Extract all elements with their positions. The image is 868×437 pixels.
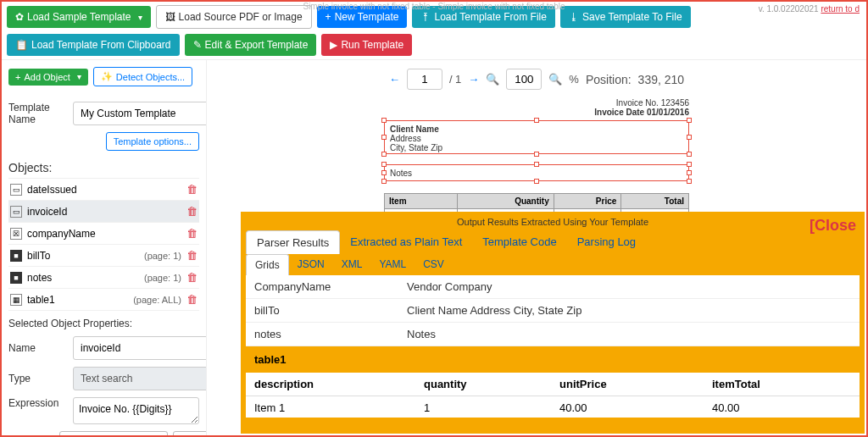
title-strip: Simple invoice with not fixed table - Si… [303, 2, 565, 11]
run-template-button[interactable]: ▶Run Template [321, 34, 412, 56]
object-item[interactable]: ■notes(page: 1)🗑 [8, 267, 199, 289]
result-tabs: Parser Results Extracted as Plain Text T… [241, 230, 865, 254]
page-input[interactable] [407, 69, 442, 90]
return-link[interactable]: return to d [821, 4, 860, 14]
object-item[interactable]: ▭invoiceId🗑 [8, 201, 199, 223]
field-icon: ■ [10, 250, 22, 262]
invoice-date: Invoice Date 01/01/2016 [384, 108, 689, 117]
notes-field-box[interactable]: Notes [384, 164, 689, 181]
field-icon: ☒ [10, 228, 22, 240]
add-object-button[interactable]: +Add Object [8, 69, 88, 86]
result-row: billToClient Name Address City, State Zi… [246, 299, 860, 323]
results-body: CompanyNameVendor Company billToClient N… [246, 275, 860, 418]
template-name-label: Template Name [8, 102, 68, 125]
magic-icon: ✨ [101, 71, 113, 82]
plus-icon: + [326, 11, 331, 23]
type-label: Type [8, 373, 68, 384]
result-subtabs: Grids JSON XML YAML CSV [241, 254, 865, 275]
properties-heading: Selected Object Properties: [8, 318, 199, 329]
tab-parser-results[interactable]: Parser Results [246, 230, 340, 254]
trash-icon[interactable]: 🗑 [186, 183, 198, 196]
object-item[interactable]: ■billTo(page: 1)🗑 [8, 245, 199, 267]
tab-parsing-log[interactable]: Parsing Log [567, 230, 646, 254]
image-icon: 🖼 [165, 11, 175, 23]
pdf-toolbar: ← / 1 → 🔍 🔍 % Position: 339, 210 [215, 69, 858, 90]
result-table-row: Item 1140.0040.00 [246, 396, 860, 418]
object-item[interactable]: ▦table1(page: ALL)🗑 [8, 289, 199, 311]
prev-page-icon[interactable]: ← [389, 73, 400, 86]
clipboard-icon: 📋 [15, 39, 28, 51]
results-panel: Output Results Extracted Using Your Temp… [241, 212, 865, 434]
detect-objects-button[interactable]: ✨Detect Objects... [93, 67, 192, 86]
trash-icon[interactable]: 🗑 [186, 249, 198, 262]
edit-icon: ✎ [193, 39, 202, 51]
page-total: / 1 [449, 73, 461, 86]
subtab-xml[interactable]: XML [333, 254, 371, 275]
objects-list: ▭dateIssued🗑 ▭invoiceId🗑 ☒companyName🗑 ■… [8, 178, 199, 311]
autodetect-button[interactable]: Autodetect Expression [59, 431, 168, 437]
result-row: notesNotes [246, 323, 860, 346]
table-icon: ▦ [10, 294, 22, 306]
plus-icon: + [15, 72, 20, 82]
close-results-button[interactable]: [Close [810, 217, 856, 235]
expression-label: Expression [8, 397, 68, 409]
object-item[interactable]: ▭dateIssued🗑 [8, 179, 199, 201]
subtab-csv[interactable]: CSV [415, 254, 453, 275]
results-title: Output Results Extracted Using Your Temp… [241, 213, 865, 230]
next-page-icon[interactable]: → [468, 73, 479, 86]
result-table-name: table1 [246, 346, 860, 373]
objects-heading: Objects: [8, 161, 199, 174]
template-name-input[interactable] [73, 102, 207, 125]
tab-template-code[interactable]: Template Code [472, 230, 566, 254]
gear-icon: ✿ [15, 11, 24, 23]
field-icon: ▭ [10, 184, 22, 196]
subtab-yaml[interactable]: YAML [370, 254, 415, 275]
field-icon: ▭ [10, 206, 22, 218]
zoom-fit-icon[interactable]: 🔍 [548, 73, 562, 86]
result-row: CompanyNameVendor Company [246, 275, 860, 299]
load-source-button[interactable]: 🖼Load Source PDF or Image [156, 5, 312, 29]
type-input [73, 367, 207, 390]
save-template-file-button[interactable]: ⭳Save Template To File [560, 6, 691, 28]
object-item[interactable]: ☒companyName🗑 [8, 223, 199, 245]
expression-input[interactable]: Invoice No. {{Digits}} [73, 397, 199, 424]
load-clipboard-button[interactable]: 📋Load Template From Clipboard [7, 34, 180, 56]
trash-icon[interactable]: 🗑 [186, 205, 198, 218]
percent-label: % [569, 73, 579, 86]
name-input[interactable] [73, 336, 207, 360]
zoom-icon[interactable]: 🔍 [486, 73, 499, 86]
position-value: 339, 210 [638, 73, 685, 86]
result-table-header: descriptionquantityunitPriceitemTotal [246, 373, 860, 396]
field-icon: ■ [10, 272, 22, 284]
tab-plain-text[interactable]: Extracted as Plain Text [340, 230, 472, 254]
template-options-button[interactable]: Template options... [106, 132, 199, 151]
trash-icon[interactable]: 🗑 [186, 293, 198, 306]
download-icon: ⭳ [569, 11, 579, 23]
billto-field-box[interactable]: Client Name Address City, State Zip [384, 120, 689, 154]
subtab-json[interactable]: JSON [289, 254, 333, 275]
play-icon: ▶ [330, 39, 337, 51]
upload-icon: ⭱ [420, 11, 431, 23]
trash-icon[interactable]: 🗑 [186, 271, 198, 284]
zoom-input[interactable] [506, 69, 542, 90]
sidebar: +Add Object ✨Detect Objects... Template … [2, 60, 207, 437]
invoice-no: Invoice No. 123456 [384, 98, 689, 108]
edit-export-button[interactable]: ✎Edit & Export Template [185, 34, 317, 56]
version-info: v. 1.0.02202021 return to d [759, 4, 860, 14]
position-label: Position: [586, 73, 632, 86]
subtab-grids[interactable]: Grids [246, 254, 289, 275]
name-label: Name [8, 342, 68, 354]
insert-macro-button[interactable]: Insert macro [173, 431, 207, 437]
trash-icon[interactable]: 🗑 [186, 227, 198, 240]
load-sample-button[interactable]: ✿Load Sample Template [7, 6, 151, 28]
